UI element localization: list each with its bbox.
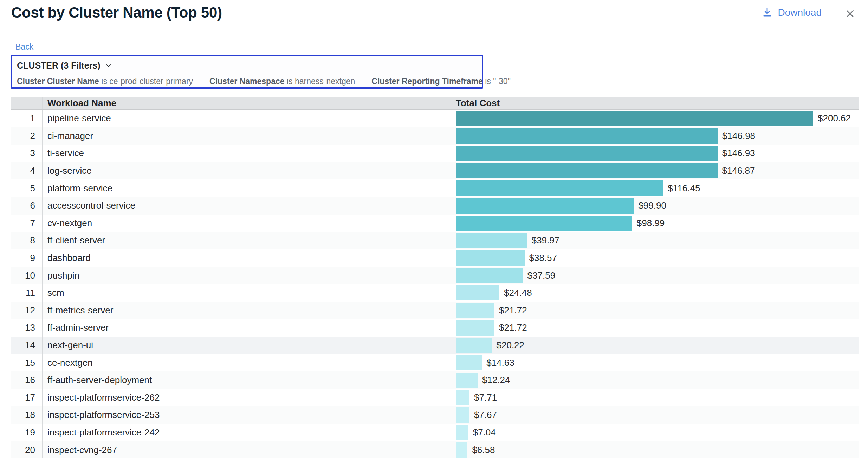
total-cost-cell: $12.24	[451, 371, 859, 389]
workload-name: ff-client-server	[42, 232, 451, 249]
cost-value: $7.71	[474, 392, 497, 403]
workload-name: scm	[42, 284, 451, 302]
cost-value: $146.87	[722, 165, 755, 176]
total-cost-cell: $146.87	[451, 162, 859, 180]
applied-filters: Cluster Cluster Name is ce-prod-cluster-…	[17, 77, 477, 86]
cost-bar	[456, 442, 467, 458]
table-row[interactable]: 6 accesscontrol-service $99.90	[11, 197, 859, 215]
cost-value: $146.98	[722, 131, 755, 141]
workload-name: pipeline-service	[42, 110, 451, 127]
table-row[interactable]: 20 inspect-cvng-267 $6.58	[11, 441, 859, 458]
cost-bar	[456, 146, 718, 161]
total-cost-cell: $14.63	[451, 354, 859, 371]
workload-name: inspect-platformservice-242	[42, 424, 451, 441]
filter-group-toggle[interactable]: CLUSTER (3 Filters)	[17, 61, 112, 71]
row-rank: 5	[11, 179, 42, 197]
table-row[interactable]: 19 inspect-platformservice-242 $7.04	[11, 424, 859, 441]
row-rank: 9	[11, 249, 42, 267]
filter-group: CLUSTER (3 Filters) Cluster Cluster Name…	[11, 55, 483, 89]
total-cost-cell: $99.90	[451, 197, 859, 215]
cost-bar	[456, 268, 523, 283]
table-row[interactable]: 4 log-service $146.87	[11, 162, 859, 180]
cost-bar	[456, 128, 718, 144]
table-row[interactable]: 5 platform-service $116.45	[11, 179, 859, 197]
table-row[interactable]: 7 cv-nextgen $98.99	[11, 215, 859, 232]
chevron-down-icon	[105, 62, 112, 70]
filter-group-label: CLUSTER (3 Filters)	[17, 61, 101, 71]
row-rank: 18	[11, 406, 42, 424]
column-header-total-cost: Total Cost	[451, 97, 859, 109]
cost-value: $24.48	[504, 287, 532, 298]
workload-name: log-service	[42, 162, 451, 180]
workload-name: ti-service	[42, 145, 451, 162]
close-button[interactable]	[844, 8, 856, 20]
total-cost-cell: $21.72	[451, 319, 859, 337]
total-cost-cell: $37.59	[451, 267, 859, 284]
table-row[interactable]: 3 ti-service $146.93	[11, 145, 859, 162]
cost-bar	[456, 163, 718, 179]
column-header-workload-name: Workload Name	[42, 97, 451, 109]
table-row[interactable]: 18 inspect-platformservice-253 $7.67	[11, 406, 859, 424]
table-header: Workload Name Total Cost	[11, 97, 859, 110]
filter-reporting-timeframe: Cluster Reporting Timeframe is "-30"	[371, 77, 511, 86]
download-button[interactable]: Download	[762, 7, 822, 18]
table-row[interactable]: 10 pushpin $37.59	[11, 267, 859, 284]
row-rank: 2	[11, 127, 42, 145]
table-row[interactable]: 13 ff-admin-server $21.72	[11, 319, 859, 337]
cost-bar	[456, 285, 499, 301]
table-row[interactable]: 2 ci-manager $146.98	[11, 127, 859, 145]
workload-name: ff-admin-server	[42, 319, 451, 337]
row-rank: 13	[11, 319, 42, 337]
table-row[interactable]: 16 ff-auth-server-deployment $12.24	[11, 371, 859, 389]
cost-bar	[456, 216, 632, 231]
cost-value: $39.97	[532, 235, 560, 246]
cost-value: $99.90	[638, 200, 666, 211]
total-cost-cell: $20.22	[451, 337, 859, 354]
table-row[interactable]: 17 inspect-platformservice-262 $7.71	[11, 389, 859, 407]
download-icon	[762, 7, 772, 18]
table-row[interactable]: 1 pipeline-service $200.62	[11, 110, 859, 127]
filter-namespace: Cluster Namespace is harness-nextgen	[209, 77, 355, 86]
close-icon	[845, 8, 855, 19]
table-row[interactable]: 12 ff-metrics-server $21.72	[11, 302, 859, 319]
row-rank: 3	[11, 145, 42, 162]
cost-value: $21.72	[499, 305, 527, 316]
total-cost-cell: $24.48	[451, 284, 859, 302]
table-row[interactable]: 8 ff-client-server $39.97	[11, 232, 859, 249]
workload-name: cv-nextgen	[42, 215, 451, 232]
row-rank: 6	[11, 197, 42, 215]
cost-bar	[456, 407, 469, 423]
row-rank: 19	[11, 424, 42, 441]
total-cost-cell: $146.93	[451, 145, 859, 162]
table-row[interactable]: 14 next-gen-ui $20.22	[11, 337, 859, 354]
row-rank: 10	[11, 267, 42, 284]
page-title: Cost by Cluster Name (Top 50)	[11, 4, 222, 21]
total-cost-cell: $200.62	[451, 110, 859, 127]
total-cost-cell: $7.67	[451, 406, 859, 424]
row-rank: 14	[11, 337, 42, 354]
row-rank: 11	[11, 284, 42, 302]
table-row[interactable]: 15 ce-nextgen $14.63	[11, 354, 859, 371]
cost-bar	[456, 373, 478, 388]
cost-bar	[456, 390, 469, 406]
cost-value: $6.58	[472, 445, 495, 456]
row-rank: 12	[11, 302, 42, 319]
back-link[interactable]: Back	[15, 42, 33, 52]
workload-name: ff-metrics-server	[42, 302, 451, 319]
total-cost-cell: $7.71	[451, 389, 859, 407]
table-row[interactable]: 11 scm $24.48	[11, 284, 859, 302]
table-row[interactable]: 9 dashboard $38.57	[11, 249, 859, 267]
workload-name: next-gen-ui	[42, 337, 451, 354]
filter-cluster-name: Cluster Cluster Name is ce-prod-cluster-…	[17, 77, 193, 86]
total-cost-cell: $7.04	[451, 424, 859, 441]
row-rank: 7	[11, 215, 42, 232]
cost-value: $21.72	[499, 322, 527, 333]
row-rank: 16	[11, 371, 42, 389]
cost-value: $12.24	[482, 375, 510, 386]
workload-name: ff-auth-server-deployment	[42, 371, 451, 389]
cost-bar	[456, 425, 468, 440]
cost-bar	[456, 320, 494, 336]
row-rank: 4	[11, 162, 42, 180]
total-cost-cell: $6.58	[451, 441, 859, 458]
total-cost-cell: $116.45	[451, 179, 859, 197]
